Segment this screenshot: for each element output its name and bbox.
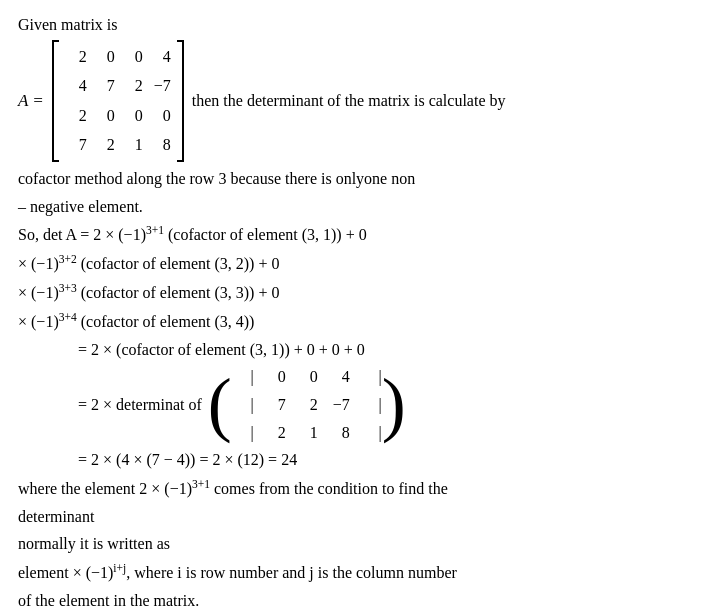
det-suffix-2: (cofactor of element (3, 2)) + 0	[77, 255, 280, 272]
sup-2: 3+2	[59, 253, 77, 265]
of-element-line: of the element in the matrix.	[18, 588, 683, 610]
matrix-row: | 2 1 8 |	[232, 420, 382, 446]
paren-matrix: ( | 0 0 4 | | 7 2 −7 | | 2	[208, 364, 406, 445]
matrix-cell: 4	[63, 72, 89, 100]
matrix-cell: 7	[264, 392, 286, 418]
sup-3: 3+3	[59, 282, 77, 294]
matrix-cell: 8	[147, 131, 173, 159]
matrix-cell: −7	[328, 392, 350, 418]
cofactor-line: cofactor method along the row 3 because …	[18, 166, 683, 192]
det-suffix-3: (cofactor of element (3, 3)) + 0	[77, 284, 280, 301]
matrix-cell: 7	[91, 72, 117, 100]
matrix-cell: |	[232, 392, 254, 418]
matrix-cell: 4	[328, 364, 350, 390]
det-line-3: × (−1)3+3 (cofactor of element (3, 3)) +…	[18, 279, 683, 306]
element-sup: i+j	[113, 562, 126, 574]
matrix-row: | 7 2 −7 |	[232, 392, 382, 418]
matrix-A: 2 0 0 4 4 7 2 −7 2 0 0 0 7 2 1 8	[52, 40, 184, 162]
where-prefix: where the element 2 × (−1)	[18, 480, 192, 497]
matrix-row: | 0 0 4 |	[232, 364, 382, 390]
a-label: A =	[18, 87, 44, 114]
matrix-cell: 2	[91, 131, 117, 159]
element-prefix: element × (−1)	[18, 564, 113, 581]
det-suffix-4: (cofactor of element (3, 4))	[77, 313, 255, 330]
normally-text: normally it is written as	[18, 535, 170, 552]
final-calc-text: = 2 × (4 × (7 − 4)) = 2 × (12) = 24	[78, 451, 297, 468]
determinant-text: determinant	[18, 508, 94, 525]
matrix-cell: 1	[119, 131, 145, 159]
matrix-cell: 2	[119, 72, 145, 100]
matrix-cell: |	[360, 364, 382, 390]
title-text: Given matrix is	[18, 16, 118, 33]
inner-matrix-block: | 0 0 4 | | 7 2 −7 | | 2 1 8	[232, 364, 382, 445]
det-matrix-prefix: = 2 × determinat of	[78, 392, 202, 418]
matrix-cell: 2	[63, 102, 89, 130]
det-prefix-1: So, det A = 2 × (−1)	[18, 226, 146, 243]
title-line: Given matrix is	[18, 12, 683, 38]
matrix-cell: 2	[264, 420, 286, 446]
negative-line: – negative element.	[18, 194, 683, 220]
det-prefix-4: × (−1)	[18, 313, 59, 330]
final-calc-line: = 2 × (4 × (7 − 4)) = 2 × (12) = 24	[18, 447, 683, 473]
det-line-1: So, det A = 2 × (−1)3+1 (cofactor of ele…	[18, 221, 683, 248]
matrix-cell: 7	[63, 131, 89, 159]
matrix-cell: 0	[147, 102, 173, 130]
sup-4: 3+4	[59, 311, 77, 323]
where-suffix: comes from the condition to find the	[210, 480, 448, 497]
det-matrix-line: = 2 × determinat of ( | 0 0 4 | | 7 2 −7…	[18, 364, 683, 445]
matrix-cell: 8	[328, 420, 350, 446]
matrix-cell: 0	[91, 43, 117, 71]
cofactor-sum-line: = 2 × (cofactor of element (3, 1)) + 0 +…	[18, 337, 683, 363]
cofactor-text: cofactor method along the row 3 because …	[18, 170, 415, 187]
where-line: where the element 2 × (−1)3+1 comes from…	[18, 475, 683, 502]
matrix-cell: 2	[63, 43, 89, 71]
paren-right: )	[382, 383, 406, 426]
then-text: then the determinant of the matrix is ca…	[192, 88, 506, 114]
matrix-line: A = 2 0 0 4 4 7 2 −7 2 0 0 0 7 2 1 8	[18, 40, 683, 162]
element-suffix: , where i is row number and j is the col…	[126, 564, 457, 581]
normally-line: normally it is written as	[18, 531, 683, 557]
det-prefix-2: × (−1)	[18, 255, 59, 272]
matrix-cell: 0	[264, 364, 286, 390]
negative-text: – negative element.	[18, 198, 143, 215]
matrix-cell: 0	[119, 102, 145, 130]
matrix-cell: 0	[91, 102, 117, 130]
determinant-line: determinant	[18, 504, 683, 530]
matrix-cell: 4	[147, 43, 173, 71]
matrix-cell: 0	[296, 364, 318, 390]
matrix-cell: |	[360, 392, 382, 418]
det-prefix-3: × (−1)	[18, 284, 59, 301]
matrix-cell: −7	[147, 72, 173, 100]
cofactor-sum-text: = 2 × (cofactor of element (3, 1)) + 0 +…	[78, 341, 365, 358]
matrix-cell: |	[232, 364, 254, 390]
main-content: Given matrix is A = 2 0 0 4 4 7 2 −7 2 0…	[18, 12, 683, 610]
det-line-4: × (−1)3+4 (cofactor of element (3, 4))	[18, 308, 683, 335]
matrix-cell: 0	[119, 43, 145, 71]
det-suffix-1: (cofactor of element (3, 1)) + 0	[164, 226, 367, 243]
det-line-2: × (−1)3+2 (cofactor of element (3, 2)) +…	[18, 250, 683, 277]
of-element-text: of the element in the matrix.	[18, 592, 199, 609]
where-sup: 3+1	[192, 478, 210, 490]
matrix-cell: |	[232, 420, 254, 446]
matrix-cell: 2	[296, 392, 318, 418]
element-line: element × (−1)i+j, where i is row number…	[18, 559, 683, 586]
paren-left: (	[208, 383, 232, 426]
sup-1: 3+1	[146, 224, 164, 236]
matrix-cell: |	[360, 420, 382, 446]
matrix-cell: 1	[296, 420, 318, 446]
